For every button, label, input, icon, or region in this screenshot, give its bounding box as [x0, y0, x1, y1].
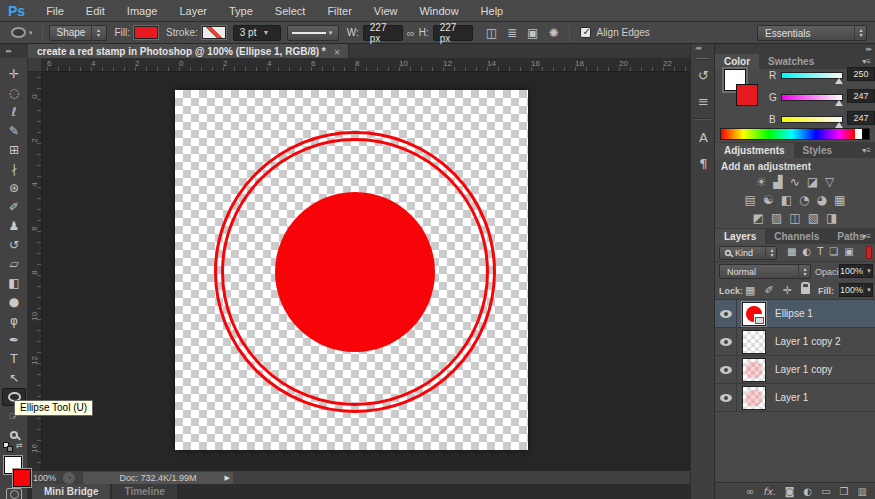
brush-tool[interactable]: ✐: [2, 198, 26, 216]
visibility-toggle[interactable]: [715, 384, 737, 412]
layer-effects-icon[interactable]: fx.: [763, 486, 776, 498]
path-alignment-icon[interactable]: ≣: [507, 26, 517, 40]
green-channel-slider[interactable]: [781, 94, 843, 101]
menu-file[interactable]: File: [35, 5, 75, 17]
panel-menu-icon[interactable]: ▾≡: [862, 146, 871, 155]
tab-styles[interactable]: Styles: [794, 143, 841, 158]
black-white-swatch[interactable]: [855, 129, 869, 139]
quick-selection-tool[interactable]: ✎: [2, 122, 26, 140]
red-channel-value[interactable]: 250: [847, 67, 875, 81]
expand-arrow-icon[interactable]: ▶: [225, 474, 230, 482]
zoom-level[interactable]: 100%: [33, 473, 63, 483]
brightness-contrast-icon[interactable]: ☀: [756, 174, 767, 191]
fill-field[interactable]: 100% ▼: [839, 283, 873, 297]
layer-row[interactable]: Ellipse 1: [715, 300, 875, 328]
link-dimensions-icon[interactable]: ∞: [407, 27, 415, 39]
menu-select[interactable]: Select: [264, 5, 317, 17]
panel-grip[interactable]: [696, 58, 709, 60]
close-icon[interactable]: ×: [334, 46, 340, 58]
tab-adjustments[interactable]: Adjustments: [715, 143, 794, 158]
tab-swatches[interactable]: Swatches: [759, 54, 823, 69]
tab-timeline[interactable]: Timeline: [112, 484, 176, 499]
color-balance-icon[interactable]: ☯: [763, 192, 774, 209]
background-color-swatch[interactable]: [736, 84, 758, 106]
tab-mini-bridge[interactable]: Mini Bridge: [32, 484, 110, 499]
healing-brush-tool[interactable]: ⊛: [2, 179, 26, 197]
layer-row[interactable]: Layer 1: [715, 384, 875, 412]
move-tool[interactable]: ✛: [2, 65, 26, 83]
menu-image[interactable]: Image: [116, 5, 169, 17]
green-channel-value[interactable]: 247: [847, 89, 875, 103]
layer-row[interactable]: Layer 1 copy: [715, 356, 875, 384]
color-spectrum-bar[interactable]: [720, 128, 870, 140]
background-color-swatch[interactable]: [13, 469, 31, 487]
new-layer-icon[interactable]: ❐: [840, 486, 849, 498]
lock-image-icon[interactable]: ✐: [764, 284, 773, 297]
new-adjustment-layer-icon[interactable]: ◐: [803, 486, 812, 498]
menu-help[interactable]: Help: [470, 5, 515, 17]
eyedropper-tool[interactable]: ∤: [2, 160, 26, 178]
filter-type-layers-icon[interactable]: T: [817, 246, 823, 257]
align-edges-checkbox[interactable]: [580, 27, 591, 38]
zoom-tool[interactable]: [2, 426, 26, 444]
link-layers-icon[interactable]: ∞: [746, 486, 754, 498]
photo-filter-icon[interactable]: ◔: [799, 192, 809, 209]
workspace-dropdown[interactable]: Essentials: [757, 25, 867, 41]
tool-preset-picker[interactable]: ▾: [8, 25, 36, 40]
color-lookup-icon[interactable]: ▦: [834, 192, 845, 209]
eraser-tool[interactable]: ▱: [2, 255, 26, 273]
stroke-width-field[interactable]: 3 pt ▼: [233, 25, 281, 41]
character-icon[interactable]: A: [691, 124, 716, 150]
blue-channel-value[interactable]: 247: [847, 111, 875, 125]
gradient-map-icon[interactable]: ◨: [826, 210, 837, 227]
layer-row[interactable]: Layer 1 copy 2: [715, 328, 875, 356]
blur-tool[interactable]: ●: [2, 293, 26, 311]
visibility-toggle[interactable]: [715, 300, 737, 328]
channel-mixer-icon[interactable]: ◕: [817, 192, 827, 209]
tab-channels[interactable]: Channels: [765, 229, 828, 244]
layer-mask-icon[interactable]: ◙: [785, 486, 795, 498]
tool-mode-dropdown[interactable]: Shape: [49, 25, 107, 41]
selective-color-icon[interactable]: ▧: [808, 210, 819, 227]
status-icon[interactable]: ◔: [63, 472, 75, 484]
layer-filter-kind-dropdown[interactable]: Kind: [719, 246, 777, 260]
opacity-field[interactable]: 100% ▼: [839, 264, 873, 278]
menu-filter[interactable]: Filter: [316, 5, 362, 17]
fill-swatch[interactable]: [134, 26, 158, 39]
document-info[interactable]: Doc: 732.4K/1.99M ▶: [83, 472, 233, 484]
stroke-swatch[interactable]: [202, 26, 226, 39]
expand-panels-icon[interactable]: ▸▸: [866, 45, 871, 53]
layer-filter-toggle[interactable]: [866, 246, 872, 259]
pasteboard[interactable]: [42, 72, 690, 470]
quick-mask-button[interactable]: [6, 488, 22, 499]
combine-shapes-icon[interactable]: ◫: [486, 26, 497, 40]
hue-saturation-icon[interactable]: ▤: [745, 192, 756, 209]
lock-position-icon[interactable]: ✛: [783, 284, 792, 297]
vibrance-icon[interactable]: ▽: [825, 174, 834, 191]
posterize-icon[interactable]: ▨: [771, 210, 782, 227]
slider-thumb[interactable]: [835, 100, 843, 106]
red-channel-slider[interactable]: [781, 72, 843, 79]
exposure-icon[interactable]: ◪: [807, 174, 818, 191]
width-field[interactable]: 227 px: [363, 25, 403, 41]
filter-adjustment-layers-icon[interactable]: ◐: [802, 246, 811, 257]
layer-group-icon[interactable]: ▭: [821, 486, 830, 498]
height-field[interactable]: 227 px: [433, 25, 473, 41]
filter-pixel-layers-icon[interactable]: ▩: [787, 246, 796, 257]
history-brush-tool[interactable]: ↺: [2, 236, 26, 254]
levels-icon[interactable]: ▟: [773, 174, 782, 191]
tab-layers[interactable]: Layers: [715, 229, 765, 244]
panel-menu-icon[interactable]: ▾≡: [862, 57, 871, 66]
menu-edit[interactable]: Edit: [75, 5, 116, 17]
dodge-tool[interactable]: φ: [2, 312, 26, 330]
type-tool[interactable]: T: [2, 350, 26, 368]
gradient-tool[interactable]: ◧: [2, 274, 26, 292]
invert-icon[interactable]: ◩: [753, 210, 764, 227]
delete-layer-icon[interactable]: ▥: [858, 486, 867, 498]
canvas[interactable]: [175, 90, 528, 450]
filter-shape-layers-icon[interactable]: ❏: [829, 246, 838, 257]
panel-menu-icon[interactable]: ▾≡: [862, 232, 871, 241]
menu-window[interactable]: Window: [408, 5, 469, 17]
blue-channel-slider[interactable]: [781, 116, 843, 123]
crop-tool[interactable]: ⊞: [2, 141, 26, 159]
